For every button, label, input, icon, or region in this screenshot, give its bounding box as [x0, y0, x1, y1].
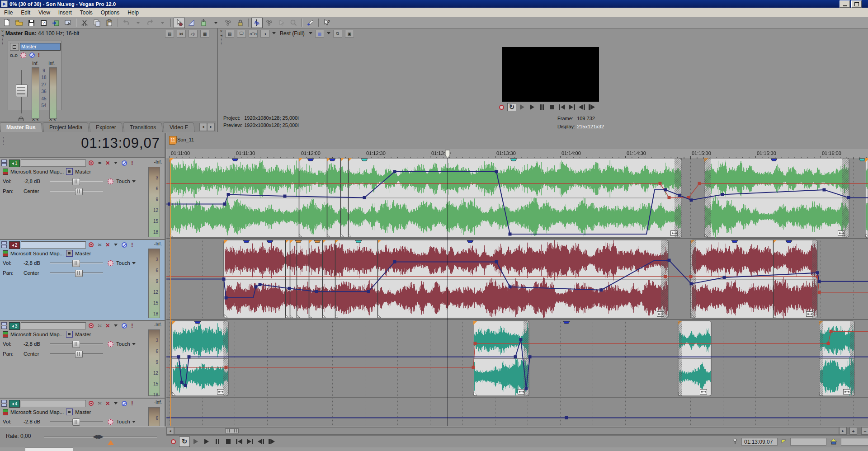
solo-icon[interactable]: !: [38, 52, 40, 58]
undo-icon[interactable]: [120, 18, 132, 28]
menu-insert[interactable]: Insert: [54, 9, 76, 17]
loop-playback-button[interactable]: ↻: [507, 103, 516, 111]
tab-project-media[interactable]: Project Media: [42, 122, 90, 132]
edit-tool-dropdown-icon[interactable]: [210, 18, 222, 28]
normal-edit-tool-icon[interactable]: [174, 18, 185, 28]
split-screen-dropdown-icon[interactable]: [272, 32, 276, 34]
scrollbar-thumb[interactable]: [174, 427, 839, 435]
track-header-4[interactable]: 4≍✕!-Inf.612Microsoft Sound Map...Master…: [0, 398, 165, 426]
volume-slider[interactable]: [50, 260, 103, 266]
mute-icon[interactable]: [122, 160, 127, 166]
track-icon[interactable]: 4: [9, 400, 20, 408]
arm-record-icon[interactable]: [89, 401, 94, 406]
menu-options[interactable]: Options: [97, 9, 123, 17]
zoom-out-icon[interactable]: −: [861, 427, 868, 435]
automation-settings-icon[interactable]: [20, 52, 26, 58]
automation-dropdown-icon[interactable]: [132, 421, 136, 423]
arm-record-icon[interactable]: [89, 160, 94, 165]
enable-snapping-icon[interactable]: [251, 18, 263, 28]
track-minimize-icon[interactable]: [1, 241, 7, 249]
record-button[interactable]: [497, 103, 505, 111]
volume-slider[interactable]: [50, 341, 103, 347]
scrollbar-zoom-grip[interactable]: [225, 428, 239, 433]
tab-scroll-left[interactable]: ◂: [199, 123, 207, 131]
solo-icon[interactable]: !: [131, 400, 133, 407]
automation-mute-icon[interactable]: ✕: [105, 400, 110, 407]
menu-file[interactable]: File: [0, 9, 17, 17]
track-header-3[interactable]: 3≍✕!-Inf.36912151821Microsoft Sound Map.…: [0, 320, 165, 398]
cursor-position-field[interactable]: 01:13:09,07: [741, 438, 778, 446]
play-from-start-button[interactable]: [518, 103, 526, 111]
tab-master-bus[interactable]: Master Bus: [0, 122, 42, 132]
bus-assign-icon[interactable]: [66, 250, 73, 257]
automation-mode-icon[interactable]: [108, 341, 113, 347]
go-to-end-button[interactable]: [568, 103, 576, 111]
copy-snapshot-icon[interactable]: ⧉: [333, 30, 342, 38]
auto-ripple-icon[interactable]: [276, 18, 287, 28]
tab-explorer[interactable]: Explorer: [89, 122, 123, 132]
master-meter-left[interactable]: [32, 67, 39, 119]
external-monitor-icon[interactable]: 🖵: [237, 30, 246, 38]
automation-mode-icon[interactable]: [108, 260, 113, 266]
bus-assign-icon[interactable]: [66, 409, 73, 415]
track-bus[interactable]: Master: [75, 251, 91, 256]
automation-dropdown-icon[interactable]: [132, 180, 136, 183]
open-project-icon[interactable]: [14, 18, 25, 28]
pan-slider[interactable]: [50, 188, 103, 194]
input-chain-icon[interactable]: [3, 169, 8, 175]
track-header-1[interactable]: 1≍✕!-Inf.36912151821Microsoft Sound Map.…: [0, 157, 165, 239]
previous-frame-button[interactable]: [578, 103, 586, 111]
automation-dropdown-icon[interactable]: [132, 343, 136, 345]
volume-slider[interactable]: [50, 178, 103, 184]
go-to-start-button[interactable]: [558, 103, 566, 111]
bus-properties-icon[interactable]: ▤: [165, 30, 174, 38]
track-icon[interactable]: 1: [9, 160, 20, 167]
tab-video-f[interactable]: Video F: [163, 122, 195, 132]
new-project-icon[interactable]: [1, 18, 13, 28]
volume-slider[interactable]: [50, 418, 103, 425]
close-icon[interactable]: ×◂⋮⋮: [0, 29, 5, 46]
menu-edit[interactable]: Edit: [17, 9, 34, 17]
solo-icon[interactable]: !: [131, 242, 133, 248]
automation-mode[interactable]: Touch: [116, 341, 130, 347]
bus-assign-icon[interactable]: [66, 331, 73, 338]
input-chain-icon[interactable]: [3, 331, 8, 338]
next-frame-button[interactable]: [267, 437, 277, 446]
track-name-field[interactable]: [21, 400, 86, 407]
track-device[interactable]: Microsoft Sound Map...: [10, 409, 64, 415]
zoom-in-icon[interactable]: +: [849, 427, 857, 435]
save-snapshot-icon[interactable]: ▣: [345, 30, 354, 38]
record-button[interactable]: [168, 437, 178, 446]
selection-edit-tool-icon[interactable]: [198, 18, 209, 28]
track-name-field[interactable]: [21, 322, 86, 329]
master-bus-name-field[interactable]: Master: [20, 43, 61, 51]
scroll-left-icon[interactable]: ◂: [166, 427, 174, 435]
next-frame-button[interactable]: [588, 103, 596, 111]
track-name-field[interactable]: [21, 241, 86, 249]
automation-settings-icon[interactable]: ≍: [98, 242, 101, 248]
bus-assign-icon[interactable]: [66, 168, 73, 175]
ignore-event-grouping-icon[interactable]: [288, 18, 299, 28]
mixer-view-icon[interactable]: ▦: [200, 30, 209, 38]
track-meter[interactable]: 36912151821: [148, 329, 160, 396]
solo-icon[interactable]: !: [131, 160, 133, 166]
timeline-grip[interactable]: ⋮⋮: [1, 137, 6, 145]
import-media-icon[interactable]: [50, 18, 61, 28]
automation-settings-icon[interactable]: ≍: [98, 323, 101, 329]
pause-button[interactable]: [212, 437, 222, 446]
solo-icon[interactable]: !: [131, 323, 133, 329]
previous-frame-button[interactable]: [256, 437, 266, 446]
rate-slider[interactable]: ◀◆▶: [93, 433, 102, 440]
track-header-2[interactable]: 2≍✕!-Inf.36912151821Microsoft Sound Map.…: [0, 239, 165, 320]
lock-envelopes-to-events-icon[interactable]: [235, 18, 246, 28]
automation-mode-icon[interactable]: [108, 179, 113, 184]
automation-settings-icon[interactable]: ≍: [98, 160, 101, 166]
arm-record-icon[interactable]: [89, 323, 94, 328]
track-meter[interactable]: 36912151821: [148, 249, 160, 318]
mute-icon[interactable]: [122, 323, 127, 329]
title-bar[interactable]: 0% (30 of 30) - Son Nu.veg - Vegas Pro 1…: [0, 0, 868, 8]
track-meter[interactable]: 612: [148, 407, 160, 426]
stop-button[interactable]: [223, 437, 233, 446]
envelope-edit-tool-icon[interactable]: [186, 18, 197, 28]
mute-icon[interactable]: [122, 401, 127, 406]
